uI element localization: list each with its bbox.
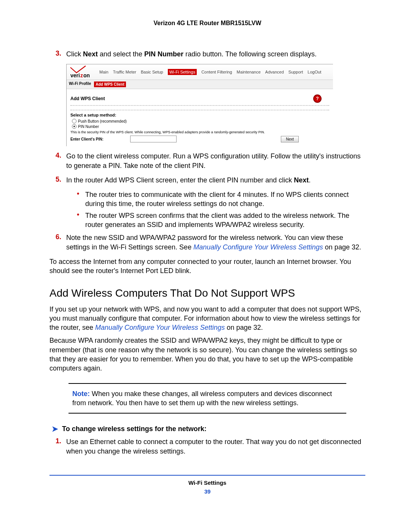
section-heading: Add Wireless Computers That Do Not Suppo… bbox=[49, 287, 365, 299]
t: on page 32. bbox=[323, 243, 361, 251]
ss-section-title: Select a setup method: bbox=[70, 113, 329, 117]
nav-maintenance[interactable]: Maintenance bbox=[237, 70, 261, 74]
note-block: Note: When you make these changes, all w… bbox=[68, 383, 346, 414]
step-6: 6. Note the new SSID and WPA/WPA2 passwo… bbox=[56, 233, 365, 252]
proc-step-1: 1. Use an Ethernet cable to connect a co… bbox=[56, 437, 365, 456]
ss-input-row: Enter Client's PIN: Next bbox=[70, 136, 329, 142]
section-p2: Because WPA randomly creates the SSID an… bbox=[49, 336, 365, 373]
t: and select the bbox=[98, 50, 144, 58]
footer-page-number: 39 bbox=[49, 488, 365, 495]
bullet-1: • The router tries to communicate with t… bbox=[77, 190, 365, 209]
step-number: 1. bbox=[56, 437, 66, 456]
nav-content-filtering[interactable]: Content Filtering bbox=[201, 70, 232, 74]
link-manual-configure[interactable]: Manually Configure Your Wireless Setting… bbox=[95, 324, 225, 331]
ss-desc: This is the security PIN of the WPS clie… bbox=[70, 130, 329, 134]
svg-text:on: on bbox=[83, 72, 90, 78]
nav-traffic-meter[interactable]: Traffic Meter bbox=[113, 70, 136, 74]
svg-text:z: z bbox=[80, 72, 83, 78]
subnav-wifi-profile[interactable]: Wi-Fi Profile bbox=[69, 81, 91, 87]
t: . bbox=[309, 176, 311, 184]
nav-wifi-settings[interactable]: Wi-Fi Settings bbox=[168, 69, 197, 75]
bullet-dot-icon: • bbox=[77, 190, 85, 209]
step-body: Use an Ethernet cable to connect a compu… bbox=[66, 437, 365, 456]
client-pin-input[interactable] bbox=[130, 136, 177, 142]
ss-nav-items: Main Traffic Meter Basic Setup Wi-Fi Set… bbox=[99, 69, 321, 75]
t: radio button. The following screen displ… bbox=[183, 50, 317, 58]
bullet-text: The router tries to communicate with the… bbox=[85, 190, 365, 209]
nav-advanced[interactable]: Advanced bbox=[265, 70, 284, 74]
nav-support[interactable]: Support bbox=[288, 70, 303, 74]
help-icon[interactable]: ? bbox=[313, 94, 322, 103]
verizon-logo: veri z on bbox=[69, 65, 96, 79]
footer-title: Wi-Fi Settings bbox=[49, 479, 365, 486]
procedure-heading: ➤ To change wireless settings for the ne… bbox=[49, 424, 365, 433]
t: Next bbox=[294, 176, 309, 184]
step-number: 6. bbox=[56, 233, 66, 252]
svg-text:veri: veri bbox=[70, 72, 80, 78]
note-label: Note: bbox=[72, 390, 90, 398]
step-number: 3. bbox=[56, 50, 66, 59]
radio-label: Push Button (recommended) bbox=[78, 119, 127, 123]
radio-label: PIN Number bbox=[78, 125, 99, 129]
nav-basic-setup[interactable]: Basic Setup bbox=[141, 70, 163, 74]
step-number: 4. bbox=[56, 152, 66, 170]
note-text: When you make these changes, all wireles… bbox=[72, 390, 332, 407]
radio-icon[interactable] bbox=[72, 124, 76, 129]
nav-logout[interactable]: LogOut bbox=[307, 70, 321, 74]
bullet-dot-icon: • bbox=[77, 211, 85, 230]
bullet-2: • The router WPS screen confirms that th… bbox=[77, 211, 365, 230]
radio-pin-number[interactable]: PIN Number bbox=[72, 124, 329, 129]
step-body: In the router Add WPS Client screen, ent… bbox=[66, 176, 311, 185]
t: PIN Number bbox=[144, 50, 183, 58]
ss-title-row: Add WPS Client ? bbox=[70, 92, 329, 106]
ss-top-nav: veri z on Main Traffic Meter Basic Setup… bbox=[67, 64, 333, 80]
t: Click bbox=[66, 50, 83, 58]
t: In the router Add WPS Client screen, ent… bbox=[66, 176, 294, 184]
bullet-text: The router WPS screen confirms that the … bbox=[85, 211, 365, 230]
t: on page 32. bbox=[225, 324, 263, 331]
ss-setup-section: Select a setup method: Push Button (reco… bbox=[70, 110, 329, 142]
arrow-icon: ➤ bbox=[52, 424, 58, 433]
subnav-add-wps-client[interactable]: Add WPS Client bbox=[94, 81, 126, 87]
ss-body: Add WPS Client ? Select a setup method: … bbox=[67, 89, 333, 146]
radio-push-button[interactable]: Push Button (recommended) bbox=[72, 119, 329, 123]
step-body: Go to the client wireless computer. Run … bbox=[66, 152, 365, 170]
page-footer: Wi-Fi Settings 39 bbox=[49, 475, 365, 495]
step-body: Note the new SSID and WPA/WPA2 password … bbox=[66, 233, 365, 252]
step-3: 3. Click Next and select the PIN Number … bbox=[56, 50, 365, 59]
procedure-title: To change wireless settings for the netw… bbox=[62, 425, 207, 433]
router-screenshot: veri z on Main Traffic Meter Basic Setup… bbox=[66, 64, 333, 146]
bullets: • The router tries to communicate with t… bbox=[77, 190, 365, 229]
ss-sub-nav: Wi-Fi Profile Add WPS Client bbox=[67, 80, 333, 89]
ss-title: Add WPS Client bbox=[70, 96, 105, 101]
radio-icon[interactable] bbox=[72, 119, 76, 123]
page-header-title: Verizon 4G LTE Router MBR1515LVW bbox=[49, 20, 365, 27]
section-p1: If you set up your network with WPS, and… bbox=[49, 305, 365, 332]
step-4: 4. Go to the client wireless computer. R… bbox=[56, 152, 365, 170]
ss-input-label: Enter Client's PIN: bbox=[70, 137, 104, 141]
paragraph-after-step6: To access the Internet from any computer… bbox=[49, 257, 365, 276]
next-button[interactable]: Next bbox=[281, 136, 299, 142]
step-5: 5. In the router Add WPS Client screen, … bbox=[56, 176, 365, 185]
nav-main[interactable]: Main bbox=[99, 70, 108, 74]
step-number: 5. bbox=[56, 176, 66, 185]
link-manual-configure[interactable]: Manually Configure Your Wireless Setting… bbox=[193, 243, 323, 251]
t: Next bbox=[83, 50, 98, 58]
step-body: Click Next and select the PIN Number rad… bbox=[66, 50, 317, 59]
